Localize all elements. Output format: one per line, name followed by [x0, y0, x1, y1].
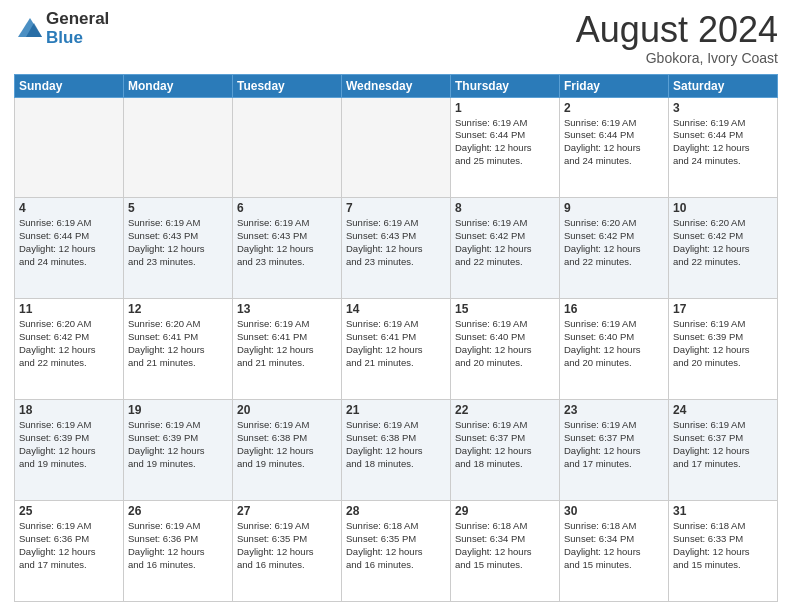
- calendar-cell: 24Sunrise: 6:19 AM Sunset: 6:37 PM Dayli…: [669, 400, 778, 501]
- calendar-cell: 6Sunrise: 6:19 AM Sunset: 6:43 PM Daylig…: [233, 198, 342, 299]
- day-info: Sunrise: 6:19 AM Sunset: 6:36 PM Dayligh…: [19, 520, 119, 571]
- day-number: 27: [237, 504, 337, 518]
- day-info: Sunrise: 6:20 AM Sunset: 6:42 PM Dayligh…: [19, 318, 119, 369]
- calendar-cell: 26Sunrise: 6:19 AM Sunset: 6:36 PM Dayli…: [124, 501, 233, 602]
- day-info: Sunrise: 6:19 AM Sunset: 6:40 PM Dayligh…: [564, 318, 664, 369]
- day-number: 2: [564, 101, 664, 115]
- title-area: August 2024 Gbokora, Ivory Coast: [576, 10, 778, 66]
- day-info: Sunrise: 6:20 AM Sunset: 6:42 PM Dayligh…: [673, 217, 773, 268]
- calendar-cell: [124, 97, 233, 198]
- calendar-cell: 9Sunrise: 6:20 AM Sunset: 6:42 PM Daylig…: [560, 198, 669, 299]
- day-info: Sunrise: 6:19 AM Sunset: 6:44 PM Dayligh…: [673, 117, 773, 168]
- week-row-1: 1Sunrise: 6:19 AM Sunset: 6:44 PM Daylig…: [15, 97, 778, 198]
- calendar-cell: 30Sunrise: 6:18 AM Sunset: 6:34 PM Dayli…: [560, 501, 669, 602]
- day-info: Sunrise: 6:19 AM Sunset: 6:39 PM Dayligh…: [128, 419, 228, 470]
- day-number: 14: [346, 302, 446, 316]
- week-row-4: 18Sunrise: 6:19 AM Sunset: 6:39 PM Dayli…: [15, 400, 778, 501]
- logo-general-text: General: [46, 10, 109, 29]
- calendar-cell: 1Sunrise: 6:19 AM Sunset: 6:44 PM Daylig…: [451, 97, 560, 198]
- day-info: Sunrise: 6:19 AM Sunset: 6:44 PM Dayligh…: [564, 117, 664, 168]
- calendar-cell: 21Sunrise: 6:19 AM Sunset: 6:38 PM Dayli…: [342, 400, 451, 501]
- calendar-cell: 5Sunrise: 6:19 AM Sunset: 6:43 PM Daylig…: [124, 198, 233, 299]
- calendar-cell: 4Sunrise: 6:19 AM Sunset: 6:44 PM Daylig…: [15, 198, 124, 299]
- calendar-table: SundayMondayTuesdayWednesdayThursdayFrid…: [14, 74, 778, 602]
- calendar-cell: 31Sunrise: 6:18 AM Sunset: 6:33 PM Dayli…: [669, 501, 778, 602]
- day-number: 20: [237, 403, 337, 417]
- day-number: 19: [128, 403, 228, 417]
- calendar-cell: 16Sunrise: 6:19 AM Sunset: 6:40 PM Dayli…: [560, 299, 669, 400]
- day-number: 23: [564, 403, 664, 417]
- day-info: Sunrise: 6:18 AM Sunset: 6:34 PM Dayligh…: [455, 520, 555, 571]
- day-info: Sunrise: 6:19 AM Sunset: 6:38 PM Dayligh…: [346, 419, 446, 470]
- calendar-cell: [342, 97, 451, 198]
- day-number: 12: [128, 302, 228, 316]
- day-number: 4: [19, 201, 119, 215]
- calendar-cell: 18Sunrise: 6:19 AM Sunset: 6:39 PM Dayli…: [15, 400, 124, 501]
- day-info: Sunrise: 6:19 AM Sunset: 6:37 PM Dayligh…: [455, 419, 555, 470]
- day-info: Sunrise: 6:19 AM Sunset: 6:37 PM Dayligh…: [673, 419, 773, 470]
- calendar-cell: 7Sunrise: 6:19 AM Sunset: 6:43 PM Daylig…: [342, 198, 451, 299]
- calendar-cell: 22Sunrise: 6:19 AM Sunset: 6:37 PM Dayli…: [451, 400, 560, 501]
- day-number: 13: [237, 302, 337, 316]
- calendar-cell: 17Sunrise: 6:19 AM Sunset: 6:39 PM Dayli…: [669, 299, 778, 400]
- calendar-cell: [233, 97, 342, 198]
- day-number: 25: [19, 504, 119, 518]
- day-number: 21: [346, 403, 446, 417]
- day-info: Sunrise: 6:19 AM Sunset: 6:39 PM Dayligh…: [19, 419, 119, 470]
- day-number: 29: [455, 504, 555, 518]
- day-info: Sunrise: 6:18 AM Sunset: 6:35 PM Dayligh…: [346, 520, 446, 571]
- logo: General Blue: [14, 10, 109, 47]
- day-number: 22: [455, 403, 555, 417]
- weekday-header-row: SundayMondayTuesdayWednesdayThursdayFrid…: [15, 74, 778, 97]
- weekday-header-saturday: Saturday: [669, 74, 778, 97]
- calendar-cell: 3Sunrise: 6:19 AM Sunset: 6:44 PM Daylig…: [669, 97, 778, 198]
- day-info: Sunrise: 6:19 AM Sunset: 6:41 PM Dayligh…: [346, 318, 446, 369]
- day-info: Sunrise: 6:19 AM Sunset: 6:40 PM Dayligh…: [455, 318, 555, 369]
- day-number: 16: [564, 302, 664, 316]
- day-number: 18: [19, 403, 119, 417]
- weekday-header-tuesday: Tuesday: [233, 74, 342, 97]
- weekday-header-sunday: Sunday: [15, 74, 124, 97]
- calendar-cell: 29Sunrise: 6:18 AM Sunset: 6:34 PM Dayli…: [451, 501, 560, 602]
- day-number: 6: [237, 201, 337, 215]
- calendar-cell: 8Sunrise: 6:19 AM Sunset: 6:42 PM Daylig…: [451, 198, 560, 299]
- day-number: 10: [673, 201, 773, 215]
- calendar-cell: 13Sunrise: 6:19 AM Sunset: 6:41 PM Dayli…: [233, 299, 342, 400]
- day-number: 8: [455, 201, 555, 215]
- weekday-header-friday: Friday: [560, 74, 669, 97]
- day-info: Sunrise: 6:19 AM Sunset: 6:44 PM Dayligh…: [19, 217, 119, 268]
- logo-text: General Blue: [46, 10, 109, 47]
- calendar-cell: 15Sunrise: 6:19 AM Sunset: 6:40 PM Dayli…: [451, 299, 560, 400]
- calendar-cell: 11Sunrise: 6:20 AM Sunset: 6:42 PM Dayli…: [15, 299, 124, 400]
- day-number: 28: [346, 504, 446, 518]
- day-info: Sunrise: 6:20 AM Sunset: 6:42 PM Dayligh…: [564, 217, 664, 268]
- day-number: 7: [346, 201, 446, 215]
- week-row-2: 4Sunrise: 6:19 AM Sunset: 6:44 PM Daylig…: [15, 198, 778, 299]
- week-row-3: 11Sunrise: 6:20 AM Sunset: 6:42 PM Dayli…: [15, 299, 778, 400]
- day-number: 11: [19, 302, 119, 316]
- location-subtitle: Gbokora, Ivory Coast: [576, 50, 778, 66]
- calendar-cell: 23Sunrise: 6:19 AM Sunset: 6:37 PM Dayli…: [560, 400, 669, 501]
- day-info: Sunrise: 6:20 AM Sunset: 6:41 PM Dayligh…: [128, 318, 228, 369]
- day-info: Sunrise: 6:19 AM Sunset: 6:36 PM Dayligh…: [128, 520, 228, 571]
- day-number: 30: [564, 504, 664, 518]
- day-number: 24: [673, 403, 773, 417]
- weekday-header-wednesday: Wednesday: [342, 74, 451, 97]
- day-info: Sunrise: 6:19 AM Sunset: 6:42 PM Dayligh…: [455, 217, 555, 268]
- day-number: 31: [673, 504, 773, 518]
- calendar-cell: 10Sunrise: 6:20 AM Sunset: 6:42 PM Dayli…: [669, 198, 778, 299]
- day-info: Sunrise: 6:18 AM Sunset: 6:34 PM Dayligh…: [564, 520, 664, 571]
- day-info: Sunrise: 6:19 AM Sunset: 6:35 PM Dayligh…: [237, 520, 337, 571]
- day-number: 15: [455, 302, 555, 316]
- day-number: 26: [128, 504, 228, 518]
- calendar-cell: 25Sunrise: 6:19 AM Sunset: 6:36 PM Dayli…: [15, 501, 124, 602]
- calendar-cell: 19Sunrise: 6:19 AM Sunset: 6:39 PM Dayli…: [124, 400, 233, 501]
- day-number: 1: [455, 101, 555, 115]
- calendar-cell: 12Sunrise: 6:20 AM Sunset: 6:41 PM Dayli…: [124, 299, 233, 400]
- day-number: 5: [128, 201, 228, 215]
- day-info: Sunrise: 6:19 AM Sunset: 6:43 PM Dayligh…: [237, 217, 337, 268]
- day-info: Sunrise: 6:19 AM Sunset: 6:37 PM Dayligh…: [564, 419, 664, 470]
- day-number: 9: [564, 201, 664, 215]
- day-info: Sunrise: 6:19 AM Sunset: 6:39 PM Dayligh…: [673, 318, 773, 369]
- calendar-cell: 28Sunrise: 6:18 AM Sunset: 6:35 PM Dayli…: [342, 501, 451, 602]
